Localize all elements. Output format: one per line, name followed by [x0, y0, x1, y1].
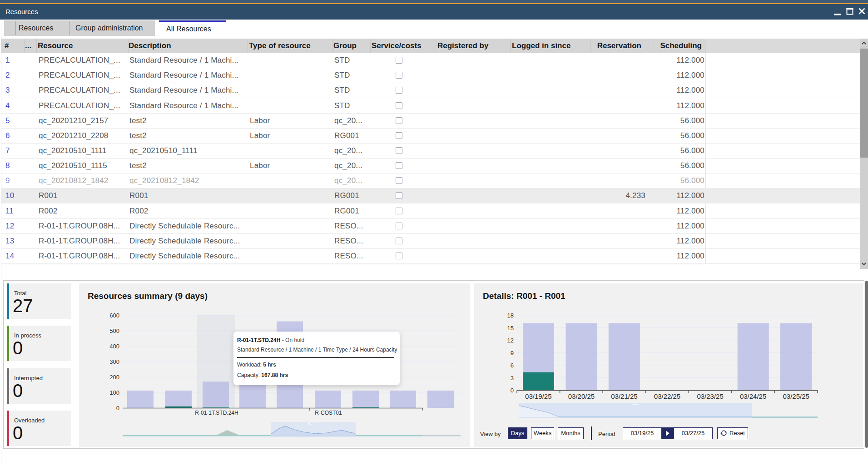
svg-text:0: 0 [116, 405, 119, 411]
svg-text:3: 3 [511, 375, 514, 382]
svg-text:03/21/25: 03/21/25 [611, 392, 637, 400]
svg-text:03/24/25: 03/24/25 [740, 392, 766, 400]
svg-text:12: 12 [507, 337, 514, 344]
svg-text:100: 100 [109, 389, 119, 396]
svg-text:6: 6 [511, 362, 514, 369]
svg-text:15: 15 [507, 325, 514, 332]
svg-text:03/23/25: 03/23/25 [697, 392, 723, 400]
svg-text:0: 0 [511, 387, 514, 394]
svg-text:18: 18 [507, 312, 514, 319]
svg-text:400: 400 [109, 343, 119, 350]
svg-text:300: 300 [109, 358, 119, 365]
svg-text:200: 200 [109, 374, 119, 381]
svg-text:03/25/25: 03/25/25 [783, 392, 809, 400]
svg-text:9: 9 [511, 350, 514, 357]
svg-text:R-COST01: R-COST01 [315, 410, 342, 416]
svg-text:03/22/25: 03/22/25 [654, 392, 680, 400]
svg-text:500: 500 [109, 327, 119, 334]
svg-text:03/20/25: 03/20/25 [568, 392, 595, 400]
svg-text:600: 600 [109, 312, 119, 319]
svg-text:R-01-1T.STD.24H: R-01-1T.STD.24H [195, 410, 238, 416]
svg-text:03/19/25: 03/19/25 [525, 392, 551, 400]
